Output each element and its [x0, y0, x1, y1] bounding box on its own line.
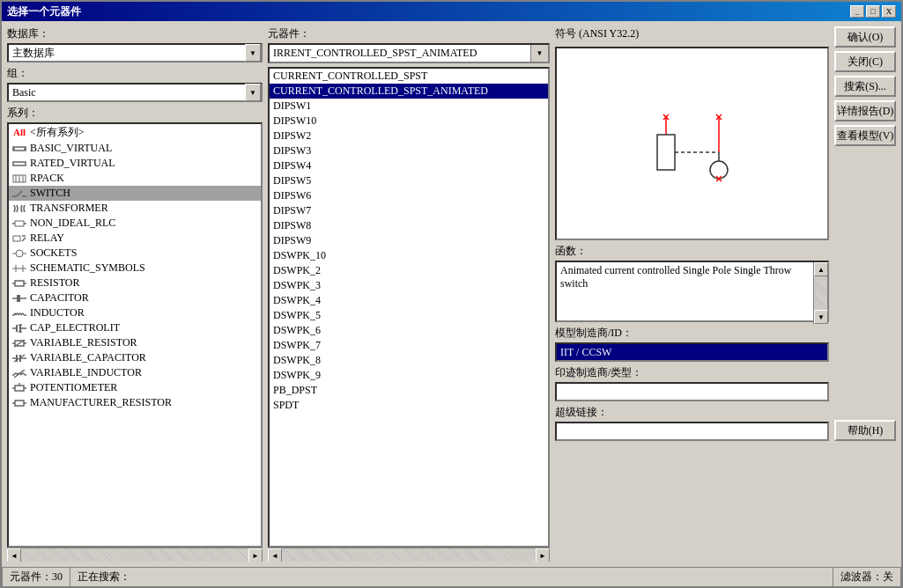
- component-list-item[interactable]: DSWPK_10: [270, 248, 548, 263]
- component-list-item[interactable]: SPDT: [270, 398, 548, 413]
- component-list-item[interactable]: PB_DPST: [270, 383, 548, 398]
- model-label: 模型制造商/ID：: [555, 326, 829, 341]
- component-list-item[interactable]: DSWPK_5: [270, 308, 548, 323]
- series-list: All<所有系列>BASIC_VIRTUALRATED_VIRTUALRPACK…: [9, 124, 261, 546]
- series-item[interactable]: RPACK: [9, 171, 261, 186]
- component-list-item[interactable]: DIPSW10: [270, 114, 548, 129]
- function-vscrollbar[interactable]: ▲ ▼: [813, 262, 827, 324]
- component-list-item[interactable]: DIPSW7: [270, 203, 548, 218]
- component-item-label: DSWPK_7: [273, 339, 321, 352]
- series-item[interactable]: VARIABLE_CAPACITOR: [9, 350, 261, 365]
- series-item[interactable]: RATED_VIRTUAL: [9, 156, 261, 171]
- svg-rect-51: [15, 386, 24, 391]
- series-item-label: SOCKETS: [30, 246, 77, 260]
- series-item[interactable]: VARIABLE_INDUCTOR: [9, 365, 261, 380]
- hyperlink-input[interactable]: [555, 422, 829, 441]
- group-section: 组： Basic: [7, 66, 263, 102]
- component-list-item[interactable]: CURRENT_CONTROLLED_SPST: [270, 69, 548, 84]
- series-item[interactable]: INDUCTOR: [9, 305, 261, 320]
- series-item[interactable]: SOCKETS: [9, 246, 261, 261]
- component-list-item[interactable]: DIPSW6: [270, 188, 548, 203]
- component-list-item[interactable]: DSWPK_7: [270, 338, 548, 353]
- series-item[interactable]: CAP_ELECTROLIT: [9, 320, 261, 335]
- component-scroll-left[interactable]: ◄: [268, 548, 282, 562]
- confirm-button[interactable]: 确认(O): [834, 26, 896, 48]
- search-button[interactable]: 搜索(S)...: [834, 76, 896, 97]
- series-item-label: POTENTIOMETER: [30, 381, 117, 394]
- series-item[interactable]: RELAY: [9, 231, 261, 246]
- function-scroll-down[interactable]: ▼: [814, 310, 828, 324]
- component-scroll-right[interactable]: ►: [536, 548, 550, 562]
- component-item-label: DSWPK_6: [273, 324, 321, 337]
- minimize-button[interactable]: _: [850, 5, 864, 18]
- left-panel: 数据库： 主数据库 组： Basic 系列：: [7, 26, 263, 562]
- title-bar: 选择一个元器件 _ □ X: [2, 2, 901, 21]
- series-item-label: <所有系列>: [30, 125, 85, 140]
- series-listbox-container: All<所有系列>BASIC_VIRTUALRATED_VIRTUALRPACK…: [7, 122, 263, 548]
- series-item[interactable]: POTENTIOMETER: [9, 380, 261, 395]
- component-list-item[interactable]: DIPSW8: [270, 218, 548, 233]
- component-list-item[interactable]: DIPSW2: [270, 129, 548, 143]
- component-list-item[interactable]: DSWPK_4: [270, 293, 548, 308]
- main-window: 选择一个元器件 _ □ X 数据库： 主数据库 组：: [0, 0, 903, 588]
- component-list-section: CURRENT_CONTROLLED_SPSTCURRENT_CONTROLLE…: [268, 67, 550, 562]
- series-item[interactable]: BASIC_VIRTUAL: [9, 141, 261, 156]
- series-item[interactable]: All<所有系列>: [9, 124, 261, 141]
- component-hscrollbar[interactable]: ◄ ►: [268, 548, 550, 562]
- series-item[interactable]: SWITCH: [9, 186, 261, 201]
- help-button[interactable]: 帮助(H): [834, 420, 896, 441]
- component-list-item[interactable]: DSWPK_6: [270, 323, 548, 338]
- function-section: 函数： Animated current controlled Single P…: [555, 244, 829, 322]
- component-item-label: DIPSW3: [273, 144, 311, 158]
- series-hscrollbar[interactable]: ◄ ►: [7, 548, 263, 562]
- right-info: 符号 (ANSI Y32.2): [555, 26, 829, 441]
- view-model-button[interactable]: 查看模型(V): [834, 125, 896, 146]
- component-list-item[interactable]: DSWPK_3: [270, 278, 548, 293]
- series-item[interactable]: MANUFACTURER_RESISTOR: [9, 395, 261, 410]
- component-list-item[interactable]: DIPSW3: [270, 143, 548, 158]
- database-section: 数据库： 主数据库: [7, 26, 263, 62]
- series-item[interactable]: CAPACITOR: [9, 290, 261, 305]
- group-select[interactable]: Basic: [7, 83, 263, 102]
- component-item-label: CURRENT_CONTROLLED_SPST_ANIMATED: [273, 85, 488, 98]
- detail-report-button[interactable]: 详情报告(D): [834, 100, 896, 121]
- series-scroll-left[interactable]: ◄: [7, 548, 21, 562]
- component-label: 元器件：: [268, 26, 550, 41]
- close-button[interactable]: X: [882, 5, 896, 18]
- series-item[interactable]: RESISTOR: [9, 276, 261, 290]
- series-item-label: RPACK: [30, 172, 64, 185]
- component-list-item[interactable]: DSWPK_2: [270, 263, 548, 278]
- component-list-item[interactable]: DIPSW4: [270, 158, 548, 173]
- series-icon: [12, 308, 26, 319]
- component-search-input[interactable]: [270, 45, 530, 62]
- component-item-label: DIPSW9: [273, 234, 311, 247]
- series-item-label: NON_IDEAL_RLC: [30, 217, 115, 230]
- component-list-item[interactable]: CURRENT_CONTROLLED_SPST_ANIMATED: [270, 84, 548, 99]
- component-list-item[interactable]: DIPSW1: [270, 99, 548, 114]
- component-list-item[interactable]: DIPSW9: [270, 233, 548, 248]
- series-icon: [12, 323, 26, 334]
- series-icon: [12, 158, 26, 169]
- component-list-item[interactable]: DSWPK_9: [270, 368, 548, 383]
- maximize-button[interactable]: □: [866, 5, 880, 18]
- series-item[interactable]: NON_IDEAL_RLC: [9, 216, 261, 231]
- series-icon: [12, 278, 26, 289]
- series-scroll-right[interactable]: ►: [248, 548, 263, 562]
- component-item-label: DSWPK_8: [273, 354, 321, 367]
- component-list-item[interactable]: DSWPK_8: [270, 353, 548, 368]
- series-item[interactable]: TRANSFORMER: [9, 201, 261, 216]
- database-select[interactable]: 主数据库: [7, 43, 263, 62]
- component-list-item[interactable]: DIPSW5: [270, 173, 548, 188]
- series-item[interactable]: SCHEMATIC_SYMBOLS: [9, 261, 261, 276]
- component-item-label: DSWPK_9: [273, 369, 321, 382]
- component-search-btn[interactable]: ▼: [530, 45, 548, 62]
- series-item-label: RELAY: [30, 232, 64, 245]
- svg-rect-24: [15, 281, 24, 286]
- component-list: CURRENT_CONTROLLED_SPSTCURRENT_CONTROLLE…: [270, 69, 548, 546]
- footprint-input[interactable]: [555, 382, 829, 401]
- database-label: 数据库：: [7, 26, 263, 41]
- close-button-action[interactable]: 关闭(C): [834, 51, 896, 72]
- function-scroll-up[interactable]: ▲: [814, 262, 828, 276]
- series-item[interactable]: VARIABLE_RESISTOR: [9, 335, 261, 350]
- component-item-label: DIPSW4: [273, 159, 311, 173]
